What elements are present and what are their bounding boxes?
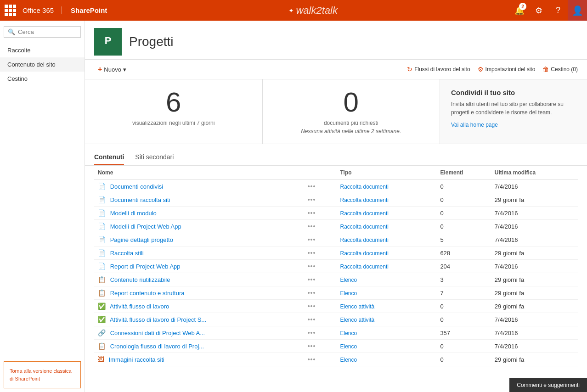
search-input[interactable] bbox=[18, 28, 77, 35]
col-elementi[interactable]: Elementi bbox=[436, 166, 491, 180]
row-type-link[interactable]: Elenco bbox=[340, 290, 357, 297]
row-context-menu[interactable]: ••• bbox=[306, 209, 318, 217]
table-row: 📄 Modelli di modulo ••• Raccolta documen… bbox=[94, 207, 578, 220]
row-name-cell: 📄 Documenti condivisi bbox=[94, 180, 302, 193]
classic-mode-text[interactable]: Torna alla versione classica di SharePoi… bbox=[10, 368, 72, 381]
sidebar-item-cestino[interactable]: Cestino bbox=[0, 72, 85, 86]
row-context-menu[interactable]: ••• bbox=[306, 316, 318, 323]
row-name-cell: 🔗 Connessioni dati di Project Web A... bbox=[94, 326, 302, 340]
row-type-link[interactable]: Raccolta documenti bbox=[340, 237, 389, 243]
row-name-cell: ✅ Attività flusso di lavoro di Project S… bbox=[94, 313, 302, 326]
row-name-link[interactable]: Contenuto riutilizzabile bbox=[110, 276, 170, 283]
row-context-menu[interactable]: ••• bbox=[306, 236, 318, 243]
row-type-cell: Raccolta documenti bbox=[337, 220, 437, 233]
row-type-link[interactable]: Raccolta documenti bbox=[340, 263, 389, 270]
settings-action[interactable]: ⚙ Impostazioni del sito bbox=[478, 66, 536, 73]
row-elements-cell: 0 bbox=[436, 193, 491, 207]
docs-sublabel: Nessuna attività nelle ultime 2 settiman… bbox=[277, 128, 426, 134]
user-avatar[interactable]: 👤 bbox=[568, 0, 587, 21]
table-row: 📄 Documenti raccolta siti ••• Raccolta d… bbox=[94, 193, 578, 207]
row-elements-cell: 204 bbox=[436, 260, 491, 273]
search-box[interactable]: 🔍 bbox=[4, 26, 81, 38]
home-page-link[interactable]: Vai alla home page bbox=[451, 122, 498, 128]
row-name-cell: 📄 Documenti raccolta siti bbox=[94, 193, 302, 207]
row-name-link[interactable]: Connessioni dati di Project Web A... bbox=[110, 330, 205, 336]
sidebar-item-label: Cestino bbox=[7, 75, 28, 82]
workflow-label: Flussi di lavoro del sito bbox=[414, 66, 470, 73]
row-name-link[interactable]: Attività flusso di lavoro bbox=[110, 303, 169, 310]
col-tipo[interactable]: Tipo bbox=[337, 166, 437, 180]
row-type-link[interactable]: Elenco bbox=[340, 277, 357, 283]
row-type-link[interactable]: Elenco bbox=[340, 357, 357, 363]
classic-mode-link[interactable]: Torna alla versione classica di SharePoi… bbox=[4, 361, 81, 388]
row-context-menu[interactable]: ••• bbox=[306, 302, 318, 310]
row-elements-cell: 0 bbox=[436, 340, 491, 353]
table-row: ✅ Attività flusso di lavoro ••• Elenco a… bbox=[94, 300, 578, 313]
row-name-link[interactable]: Report contenuto e struttura bbox=[110, 290, 185, 297]
row-type-link[interactable]: Raccolta documenti bbox=[340, 210, 389, 217]
waffle-menu[interactable] bbox=[0, 0, 21, 21]
row-elements-cell: 3 bbox=[436, 273, 491, 286]
row-type-link[interactable]: Raccolta documenti bbox=[340, 250, 389, 257]
row-type-link[interactable]: Elenco bbox=[340, 343, 357, 350]
row-name-link[interactable]: Immagini raccolta siti bbox=[109, 356, 164, 363]
row-context-menu[interactable]: ••• bbox=[306, 263, 318, 270]
row-type-link[interactable]: Raccolta documenti bbox=[340, 184, 389, 190]
row-type-link[interactable]: Raccolta documenti bbox=[340, 197, 389, 203]
row-modified-cell: 29 giorni fa bbox=[491, 193, 578, 207]
col-nome[interactable]: Nome bbox=[94, 166, 302, 180]
tab-siti-secondari[interactable]: Siti secondari bbox=[135, 151, 174, 165]
feedback-button[interactable]: Commenti e suggerimenti bbox=[509, 378, 587, 392]
row-name-link[interactable]: Modelli di modulo bbox=[110, 210, 157, 217]
row-context-menu[interactable]: ••• bbox=[306, 276, 318, 283]
settings-button[interactable]: ⚙ bbox=[529, 0, 548, 21]
row-context-menu[interactable]: ••• bbox=[306, 223, 318, 230]
help-button[interactable]: ? bbox=[548, 0, 568, 21]
row-type-link[interactable]: Raccolta documenti bbox=[340, 224, 389, 230]
row-context-menu[interactable]: ••• bbox=[306, 329, 318, 336]
row-context-menu[interactable]: ••• bbox=[306, 289, 318, 297]
recycle-label: Cestino (0) bbox=[551, 66, 578, 73]
row-modified-cell: 29 giorni fa bbox=[491, 286, 578, 300]
office365-label[interactable]: Office 365 bbox=[21, 6, 61, 14]
content-table: Nome Tipo Elementi Ultima modifica 📄 Doc… bbox=[94, 166, 578, 366]
row-context-menu[interactable]: ••• bbox=[306, 249, 318, 257]
notification-button[interactable]: 🔔 2 bbox=[510, 0, 529, 21]
share-card: Condividi il tuo sito Invita altri utent… bbox=[440, 79, 587, 144]
row-name-link[interactable]: Cronologia flusso di lavoro di Proj... bbox=[110, 343, 204, 350]
row-name-link[interactable]: Documenti raccolta siti bbox=[110, 196, 170, 203]
row-context-menu[interactable]: ••• bbox=[306, 183, 318, 190]
row-icon: ✅ bbox=[98, 302, 106, 310]
row-name-cell: 📄 Modelli di modulo bbox=[94, 207, 302, 220]
row-context-menu[interactable]: ••• bbox=[306, 342, 318, 350]
row-menu-cell: ••• bbox=[302, 233, 337, 246]
avatar-image: 👤 bbox=[568, 0, 587, 21]
page-title: Progetti bbox=[129, 34, 174, 49]
row-name-link[interactable]: Attività flusso di lavoro di Project S..… bbox=[110, 316, 206, 323]
docs-number: 0 bbox=[277, 89, 426, 116]
sidebar-item-contenuto[interactable]: Contenuto del sito bbox=[0, 57, 85, 72]
row-name-link[interactable]: Pagine dettagli progetto bbox=[110, 236, 173, 243]
row-name-link[interactable]: Documenti condivisi bbox=[110, 183, 164, 190]
new-button[interactable]: + Nuovo ▾ bbox=[94, 63, 130, 75]
col-modifica[interactable]: Ultima modifica bbox=[491, 166, 578, 180]
row-context-menu[interactable]: ••• bbox=[306, 356, 318, 363]
row-name-link[interactable]: Report di Project Web App bbox=[110, 263, 181, 270]
row-type-link[interactable]: Elenco attività bbox=[340, 317, 375, 323]
row-context-menu[interactable]: ••• bbox=[306, 196, 318, 203]
row-name-link[interactable]: Modelli di Project Web App bbox=[110, 223, 181, 230]
main-content: P Progetti + Nuovo ▾ ↻ Flussi di lavoro … bbox=[85, 21, 587, 392]
row-type-link[interactable]: Elenco bbox=[340, 330, 357, 336]
row-icon: 🔗 bbox=[98, 329, 106, 336]
sidebar-item-raccolte[interactable]: Raccolte bbox=[0, 43, 85, 57]
row-modified-cell: 7/4/2016 bbox=[491, 180, 578, 193]
recycle-action[interactable]: 🗑 Cestino (0) bbox=[542, 66, 578, 73]
row-name-link[interactable]: Raccolta stili bbox=[110, 250, 144, 257]
row-menu-cell: ••• bbox=[302, 246, 337, 260]
page-icon-letter: P bbox=[100, 32, 116, 52]
sharepoint-label[interactable]: SharePoint bbox=[61, 6, 116, 14]
tab-contenuti[interactable]: Contenuti bbox=[94, 151, 124, 165]
row-elements-cell: 0 bbox=[436, 180, 491, 193]
workflow-action[interactable]: ↻ Flussi di lavoro del sito bbox=[407, 66, 470, 73]
row-type-link[interactable]: Elenco attività bbox=[340, 303, 375, 310]
